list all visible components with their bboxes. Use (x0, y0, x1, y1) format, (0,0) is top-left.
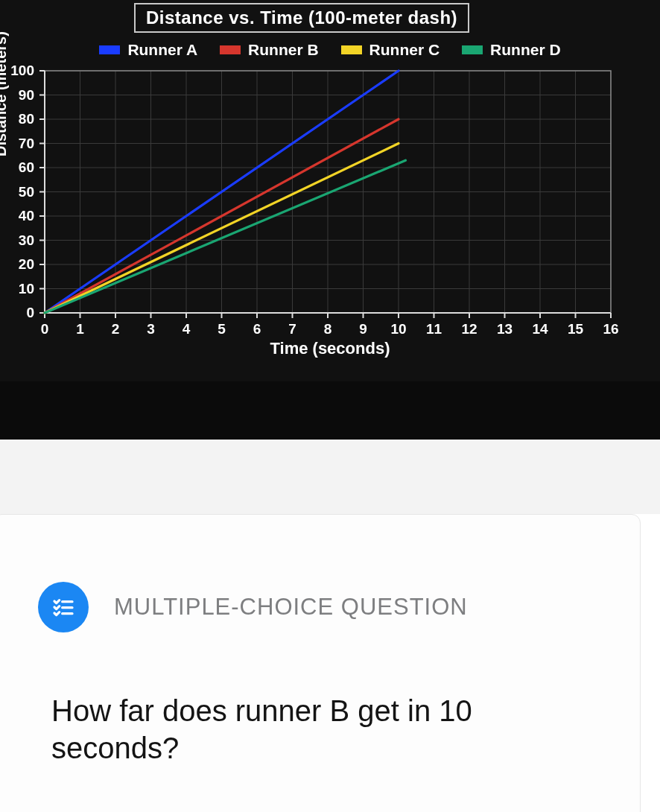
svg-text:0: 0 (41, 321, 49, 337)
legend-item-runner-b: Runner B (220, 41, 319, 59)
svg-text:11: 11 (426, 321, 442, 337)
svg-text:1: 1 (76, 321, 84, 337)
legend-swatch-c (341, 45, 362, 54)
question-type-label: MULTIPLE-CHOICE QUESTION (114, 594, 468, 621)
svg-text:12: 12 (461, 321, 477, 337)
svg-text:40: 40 (19, 208, 34, 223)
question-text: How far does runner B get in 10 seconds? (38, 692, 595, 767)
legend-label-b: Runner B (248, 41, 319, 59)
legend-label-d: Runner D (490, 41, 561, 59)
chart-canvas: Distance vs. Time (100-meter dash) Runne… (0, 0, 660, 381)
svg-text:7: 7 (288, 321, 296, 337)
svg-text:9: 9 (359, 321, 367, 337)
svg-text:16: 16 (603, 321, 618, 337)
chart-panel: Distance vs. Time (100-meter dash) Runne… (0, 0, 660, 440)
svg-text:80: 80 (19, 111, 34, 127)
svg-text:2: 2 (112, 321, 120, 337)
svg-text:100: 100 (10, 63, 34, 78)
svg-text:3: 3 (147, 321, 155, 337)
legend-item-runner-c: Runner C (341, 41, 440, 59)
legend-swatch-b (220, 45, 241, 54)
legend-label-a: Runner A (127, 41, 197, 59)
svg-text:13: 13 (497, 321, 513, 337)
x-axis-label: Time (seconds) (0, 339, 660, 358)
svg-text:5: 5 (218, 321, 226, 337)
question-card: MULTIPLE-CHOICE QUESTION How far does ru… (0, 514, 641, 812)
svg-text:15: 15 (568, 321, 584, 337)
legend-item-runner-a: Runner A (99, 41, 197, 59)
legend-swatch-d (462, 45, 483, 54)
svg-text:20: 20 (19, 256, 34, 272)
chart-title: Distance vs. Time (100-meter dash) (134, 3, 469, 33)
legend-swatch-a (99, 45, 120, 54)
legend-item-runner-d: Runner D (462, 41, 561, 59)
svg-text:90: 90 (19, 87, 34, 103)
svg-text:10: 10 (390, 321, 406, 337)
question-header: MULTIPLE-CHOICE QUESTION (38, 582, 595, 632)
svg-text:10: 10 (19, 281, 34, 296)
legend-label-c: Runner C (369, 41, 440, 59)
chart-plot-area: 0123456789101112131415160102030405060708… (45, 71, 611, 313)
svg-text:60: 60 (19, 159, 34, 175)
svg-text:6: 6 (253, 321, 261, 337)
svg-text:70: 70 (19, 136, 34, 151)
y-axis-label: Distance (meters) (0, 31, 10, 156)
content-gap (0, 440, 660, 514)
svg-text:8: 8 (324, 321, 332, 337)
svg-text:0: 0 (26, 305, 34, 320)
svg-text:30: 30 (19, 232, 34, 248)
multiple-choice-icon (38, 582, 89, 632)
chart-legend: Runner A Runner B Runner C Runner D (0, 41, 660, 59)
svg-text:14: 14 (532, 321, 548, 337)
svg-text:4: 4 (183, 321, 191, 337)
svg-text:50: 50 (19, 184, 34, 200)
